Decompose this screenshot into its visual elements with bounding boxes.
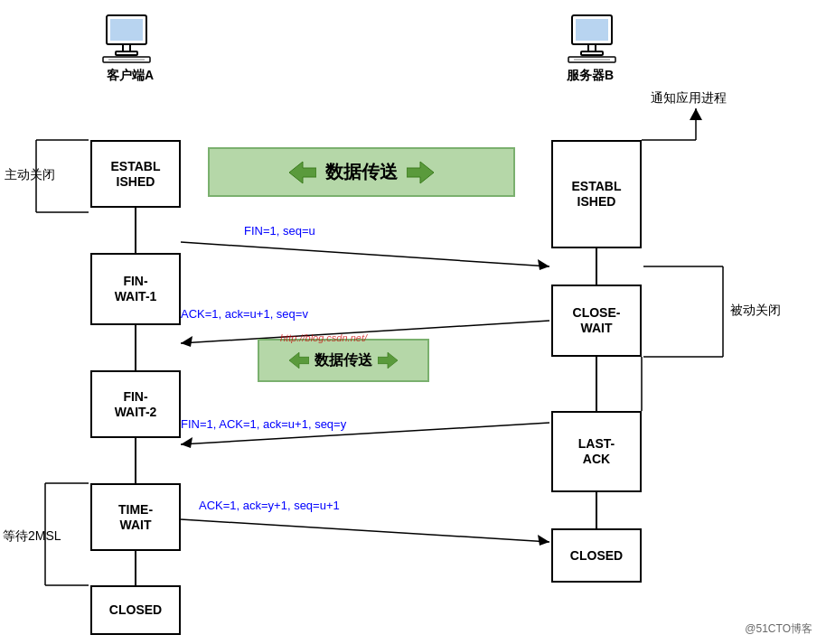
copyright: @51CTO博客 [745, 621, 812, 637]
svg-marker-9 [538, 535, 549, 546]
active-close-label: 主动关闭 [5, 167, 55, 183]
state-established-a: ESTABLISHED [90, 140, 181, 208]
svg-marker-12 [690, 108, 702, 120]
data-transfer-1: 数据传送 [208, 147, 515, 197]
state-close-wait: CLOSE-WAIT [551, 285, 642, 357]
data-transfer-2-label: 数据传送 [314, 351, 372, 370]
svg-rect-32 [581, 51, 603, 55]
notify-label: 通知应用进程 [651, 90, 727, 107]
client-computer [99, 14, 154, 63]
wait-2msl-label: 等待2MSL [3, 528, 61, 545]
server-label: 服务器B [567, 68, 614, 84]
svg-marker-7 [181, 437, 192, 448]
watermark: http://blog.csdn.net/ [280, 332, 367, 343]
state-last-ack: LAST-ACK [551, 411, 642, 492]
svg-marker-35 [289, 162, 316, 183]
svg-marker-37 [289, 352, 309, 369]
diagram-container: 客户端A 服务器B 通知应用进程 主动关闭 被动关闭 等待2MSL 数据传送 [0, 0, 826, 644]
passive-close-label: 被动关闭 [730, 303, 781, 319]
msg-ack1: ACK=1, ack=u+1, seq=v [181, 307, 308, 321]
msg-fin1: FIN=1, seq=u [244, 224, 315, 238]
state-fin-wait-1: FIN-WAIT-1 [90, 253, 181, 325]
svg-rect-26 [116, 51, 137, 55]
state-closed-a: CLOSED [90, 585, 181, 635]
svg-rect-24 [110, 19, 143, 41]
msg-fin2: FIN=1, ACK=1, ack=u+1, seq=y [181, 417, 346, 431]
msg-ack2: ACK=1, ack=y+1, seq=u+1 [199, 499, 340, 512]
state-fin-wait-2: FIN-WAIT-2 [90, 370, 181, 438]
svg-marker-36 [407, 162, 434, 183]
state-time-wait: TIME-WAIT [90, 483, 181, 551]
svg-marker-5 [181, 336, 192, 347]
svg-rect-31 [588, 44, 596, 51]
client-label: 客户端A [107, 68, 154, 84]
svg-rect-30 [576, 19, 608, 41]
state-established-b: ESTABLISHED [551, 140, 642, 248]
state-closed-b: CLOSED [551, 528, 642, 583]
svg-line-2 [181, 242, 549, 266]
svg-line-8 [181, 519, 549, 542]
svg-marker-38 [378, 352, 398, 369]
svg-marker-3 [538, 259, 549, 270]
data-transfer-1-label: 数据传送 [325, 160, 398, 184]
svg-rect-25 [123, 44, 130, 51]
server-computer [565, 14, 619, 63]
data-transfer-2: 数据传送 [258, 339, 429, 382]
